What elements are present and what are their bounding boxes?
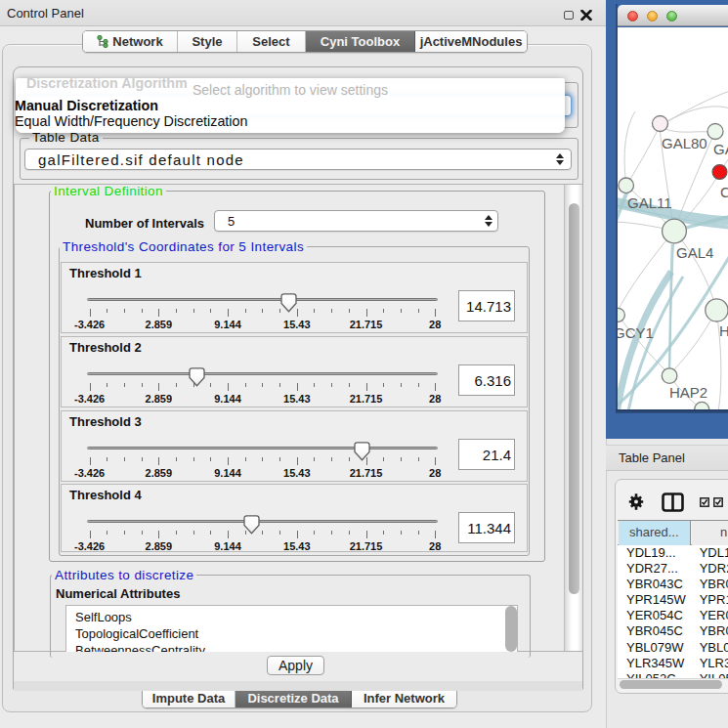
svg-text:GA: GA xyxy=(713,141,728,157)
svg-text:HAP2: HAP2 xyxy=(669,384,707,401)
svg-text:H: H xyxy=(719,322,728,339)
svg-text:GAL11: GAL11 xyxy=(627,194,672,211)
svg-text:C: C xyxy=(720,184,728,200)
svg-text:GAL80: GAL80 xyxy=(662,135,707,151)
svg-text:GCY1: GCY1 xyxy=(618,324,654,341)
svg-text:GAL4: GAL4 xyxy=(676,244,713,261)
